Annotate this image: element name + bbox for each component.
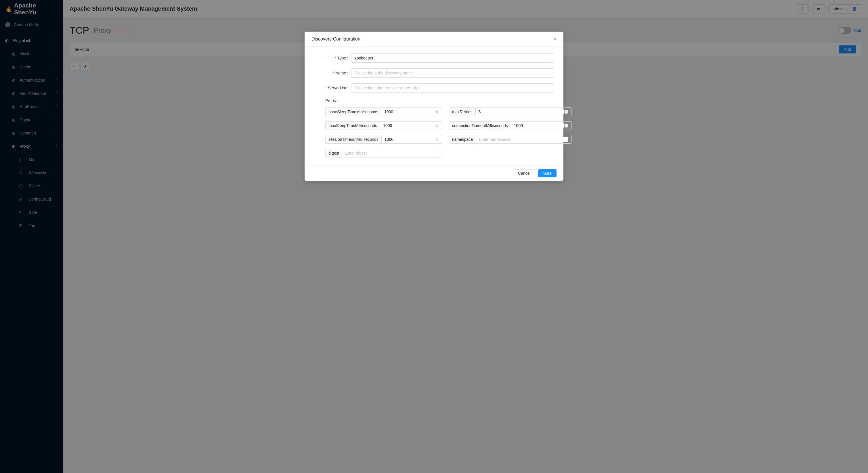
prop-sessiontimeout: sessionTimeoutMilliseconds × (325, 135, 442, 144)
name-label: *Name : (314, 71, 351, 75)
prop-input[interactable] (479, 137, 568, 142)
prop-key: digest (325, 149, 342, 158)
prop-input[interactable] (383, 123, 435, 128)
cancel-button[interactable]: Cancel (513, 169, 535, 177)
prop-key: baseSleepTimeMilliseconds (325, 107, 381, 116)
clear-icon[interactable]: × (435, 110, 439, 114)
type-value: zookeeper (354, 56, 373, 60)
clear-icon[interactable]: × (564, 110, 568, 114)
chevron-down-icon: ⌄ (549, 57, 551, 60)
prop-namespace: namespace (449, 135, 571, 144)
prop-key: connectionTimeoutMilliseconds (449, 121, 511, 130)
sure-button[interactable]: Sure (538, 169, 557, 177)
prop-key: namespace (449, 135, 476, 144)
type-select[interactable]: zookeeper ⌄ (351, 54, 554, 63)
name-input[interactable] (351, 68, 554, 77)
prop-key: maxRetries (449, 107, 475, 116)
prop-input[interactable] (345, 151, 439, 156)
serverlist-input[interactable] (351, 83, 554, 93)
prop-maxretries: maxRetries × (449, 107, 571, 116)
prop-maxsleep: maxSleepTimeMilliseconds × (325, 121, 442, 130)
modal-overlay: Discovery Configuration ✕ *Type : zookee… (0, 0, 868, 473)
prop-digest: digest (325, 149, 442, 158)
discovery-config-modal: Discovery Configuration ✕ *Type : zookee… (305, 32, 563, 181)
prop-input[interactable] (478, 109, 564, 114)
clear-icon[interactable]: × (564, 124, 568, 128)
prop-key: sessionTimeoutMilliseconds (325, 135, 381, 144)
close-icon[interactable]: ✕ (553, 36, 557, 42)
clear-icon[interactable]: × (435, 124, 439, 128)
prop-input[interactable] (384, 109, 435, 114)
prop-input[interactable] (514, 123, 564, 128)
prop-conntimeout: connectionTimeoutMilliseconds × (449, 121, 571, 130)
type-label: *Type : (314, 56, 351, 60)
clear-icon[interactable]: × (435, 137, 439, 141)
prop-basesleep: baseSleepTimeMilliseconds × (325, 107, 442, 116)
modal-title: Discovery Configuration (311, 36, 360, 42)
prop-key: maxSleepTimeMilliseconds (325, 121, 380, 130)
prop-input[interactable] (384, 137, 435, 142)
props-label: Props : (325, 98, 554, 103)
serverlist-label: *ServerList : (314, 86, 351, 90)
